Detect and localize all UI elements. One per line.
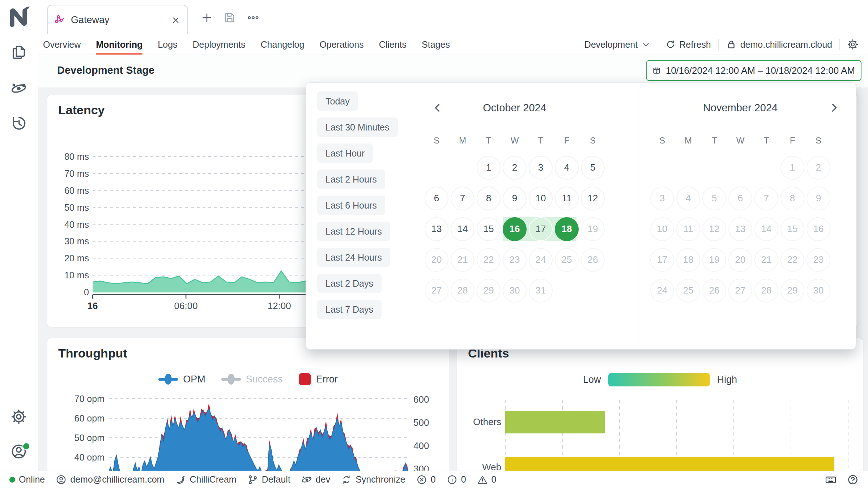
user-status-dot <box>22 442 30 450</box>
nav-tab-changelog[interactable]: Changelog <box>260 34 304 55</box>
info-count[interactable]: 0 <box>447 474 466 485</box>
quick-range-last-6-hours[interactable]: Last 6 Hours <box>317 196 385 215</box>
organization-item[interactable]: ChilliCream <box>175 474 236 485</box>
calendar-day-13[interactable]: 13 <box>425 217 448 241</box>
quick-range-last-7-days[interactable]: Last 7 Days <box>317 300 382 319</box>
calendar-day-5[interactable]: 5 <box>581 156 605 180</box>
new-tab-button[interactable] <box>201 12 213 24</box>
calendar-day-8[interactable]: 8 <box>477 187 501 210</box>
account-item[interactable]: demo@chillicream.com <box>56 474 164 485</box>
more-options-icon[interactable] <box>247 12 259 24</box>
calendar-day-11[interactable]: 11 <box>555 187 579 210</box>
quick-range-last-24-hours[interactable]: Last 24 Hours <box>317 248 390 267</box>
schema-item[interactable]: dev <box>301 474 330 485</box>
quick-range-last-2-hours[interactable]: Last 2 Hours <box>317 170 385 189</box>
calendar-day-13: 13 <box>728 217 752 241</box>
weekday-label: F <box>554 136 580 146</box>
calendar-icon <box>652 65 661 76</box>
calendar-day-1[interactable]: 1 <box>477 156 501 180</box>
nav-tab-logs[interactable]: Logs <box>158 34 177 55</box>
date-range-popup: TodayLast 30 MinutesLast HourLast 2 Hour… <box>306 82 856 350</box>
close-tab-icon[interactable] <box>171 15 181 25</box>
nav-tab-monitoring[interactable]: Monitoring <box>96 34 142 55</box>
calendar-header: October 2024 <box>424 100 606 115</box>
svg-text:80 ms: 80 ms <box>64 151 89 162</box>
person-icon <box>56 474 67 485</box>
schema-atom-icon[interactable] <box>10 80 27 97</box>
calendar-day-4[interactable]: 4 <box>555 156 579 180</box>
calendar-day-10[interactable]: 10 <box>529 187 553 210</box>
nav-tab-clients[interactable]: Clients <box>379 34 407 55</box>
history-icon[interactable] <box>10 115 27 132</box>
quick-range-today[interactable]: Today <box>317 91 358 111</box>
settings-gear-icon[interactable] <box>847 39 859 50</box>
quick-range-last-hour[interactable]: Last Hour <box>317 144 373 163</box>
chevron-right-icon[interactable] <box>828 102 840 114</box>
warning-count[interactable]: 0 <box>477 474 497 485</box>
calendar-day-29: 29 <box>477 279 501 303</box>
refresh-button[interactable]: Refresh <box>665 39 711 50</box>
svg-text:60 opm: 60 opm <box>75 413 105 423</box>
svg-text:60 ms: 60 ms <box>64 185 89 196</box>
clients-bar-others[interactable] <box>505 411 605 433</box>
date-range-picker[interactable]: 10/16/2024 12:00 AM – 10/18/2024 12:00 A… <box>646 60 861 81</box>
weekday-label: M <box>675 136 701 146</box>
weekday-label: F <box>779 136 805 146</box>
calendar-day-7: 7 <box>754 187 778 210</box>
calendar-day-18[interactable]: 18 <box>555 217 579 241</box>
calendar-day-12: 12 <box>702 217 726 241</box>
help-icon[interactable] <box>847 474 859 485</box>
calendar-day-12[interactable]: 12 <box>581 187 605 210</box>
calendar-day-17[interactable]: 17 <box>529 217 553 241</box>
nav-tab-deployments[interactable]: Deployments <box>193 34 246 55</box>
section-navbar: OverviewMonitoringLogsDeploymentsChangel… <box>38 34 868 55</box>
calendar-day-14[interactable]: 14 <box>451 217 475 241</box>
chevron-down-icon <box>641 40 651 49</box>
error-count[interactable]: 0 <box>416 474 436 485</box>
branch-item[interactable]: Default <box>247 474 290 485</box>
calendar-grid: 0012345678910111213141516171819202122232… <box>424 152 606 306</box>
document-tabstrip: Gateway <box>38 0 868 35</box>
environment-selector[interactable]: Development <box>584 39 651 50</box>
calendar-day-10: 10 <box>650 217 674 241</box>
calendar-day-27: 27 <box>425 279 448 303</box>
host-label: demo.chillicream.cloud <box>740 39 832 50</box>
sync-icon <box>341 474 352 485</box>
quick-range-list: TodayLast 30 MinutesLast HourLast 2 Hour… <box>317 91 398 319</box>
schema-label: dev <box>316 474 330 485</box>
left-sidebar <box>0 0 38 488</box>
svg-text:50 ms: 50 ms <box>64 202 89 213</box>
quick-range-last-30-minutes[interactable]: Last 30 Minutes <box>317 117 398 137</box>
chevron-left-icon[interactable] <box>431 102 444 114</box>
calendar-week-row: 20212223242526 <box>424 244 606 275</box>
svg-text:30 ms: 30 ms <box>64 236 89 246</box>
keyboard-icon[interactable] <box>825 474 837 486</box>
calendar-day-2[interactable]: 2 <box>503 156 527 180</box>
calendar-day-21: 21 <box>451 248 475 272</box>
calendar-day-29: 29 <box>780 279 804 303</box>
calendar-day-7[interactable]: 7 <box>451 187 475 210</box>
documents-icon[interactable] <box>10 44 27 61</box>
calendar-day-26: 26 <box>581 248 605 272</box>
nav-tab-stages[interactable]: Stages <box>422 34 450 55</box>
settings-gear-icon[interactable] <box>10 408 27 425</box>
calendar-day-6[interactable]: 6 <box>425 187 448 210</box>
svg-text:40 opm: 40 opm <box>75 452 105 462</box>
calendar-day-16[interactable]: 16 <box>503 217 527 241</box>
calendar-day-15[interactable]: 15 <box>477 217 501 241</box>
schema-atom-icon <box>301 474 312 485</box>
synchronize-button[interactable]: Synchronize <box>341 474 405 485</box>
quick-range-last-2-days[interactable]: Last 2 Days <box>317 274 382 293</box>
save-button[interactable] <box>224 12 236 24</box>
calendar-day-3[interactable]: 3 <box>529 156 553 180</box>
weekday-label: W <box>502 136 528 146</box>
weekday-label: T <box>528 136 554 146</box>
host-indicator[interactable]: demo.chillicream.cloud <box>726 39 832 50</box>
document-tab-gateway[interactable]: Gateway <box>47 5 188 35</box>
quick-range-last-12-hours[interactable]: Last 12 Hours <box>317 222 390 241</box>
calendar-day-9[interactable]: 9 <box>503 187 527 210</box>
nav-tab-operations[interactable]: Operations <box>319 34 363 55</box>
nav-tab-overview[interactable]: Overview <box>43 34 81 55</box>
calendar-day-18: 18 <box>676 248 700 272</box>
calendar-day-25: 25 <box>676 279 700 303</box>
